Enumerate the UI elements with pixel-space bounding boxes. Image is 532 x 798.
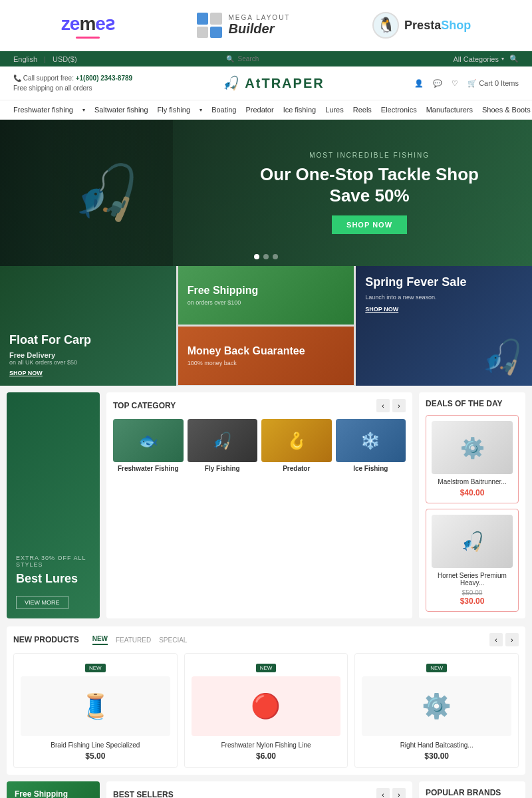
mega-layout-logo[interactable]: MEGA LAYOUT Builder	[197, 13, 291, 38]
cart-icon[interactable]: 🛒 Cart 0 Items	[467, 79, 519, 88]
category-section-title: TOP CATEGORY	[113, 401, 176, 410]
zemes-m: m	[79, 13, 95, 34]
categories-label: All Categories	[454, 55, 499, 63]
top-category-section: TOP CATEGORY ‹ › 🐟 Freshwater Fishing 🎣 …	[106, 392, 412, 618]
account-icon[interactable]: 👤	[414, 79, 424, 88]
zemes-z1: z	[61, 13, 70, 34]
new-products-title: NEW PRODUCTS	[13, 635, 79, 644]
product-card-2[interactable]: NEW 🔴 Freshwater Nylon Fishing Line $6.0…	[184, 653, 348, 768]
promo-carp-link[interactable]: SHOP NOW	[9, 370, 167, 376]
promo-spring-link[interactable]: SHOP NOW	[365, 306, 523, 313]
promo-shipping-sub: on orders over $100	[188, 299, 345, 306]
product-3-price: $30.00	[362, 751, 511, 761]
nav-boating[interactable]: Boating	[211, 106, 236, 114]
nav-shoes[interactable]: Shoes & Boots	[482, 106, 531, 114]
new-products-tabs-row: NEW PRODUCTS NEW FEATURED SPECIAL	[13, 635, 187, 645]
product-2-name: Freshwater Nylon Fishing Line	[192, 741, 341, 749]
fly-img: 🎣	[188, 419, 258, 462]
hero-shop-button[interactable]: SHOP NOW	[332, 215, 407, 234]
nav-reels[interactable]: Reels	[353, 106, 372, 114]
search-input[interactable]	[238, 55, 305, 63]
category-freshwater[interactable]: 🐟 Freshwater Fishing	[113, 419, 184, 473]
promo-card-carp: Float For Carp Free Delivery on all UK o…	[0, 266, 176, 386]
hero-dot-3[interactable]	[273, 254, 278, 259]
mid-row: EXTRA 30% OFF ALL STYLES Best Lures VIEW…	[7, 392, 525, 618]
search-icon-top: 🔍	[226, 55, 234, 63]
language-selector[interactable]: English	[13, 55, 37, 63]
wishlist-icon[interactable]: ♡	[452, 79, 458, 88]
nav-saltwater[interactable]: Saltwater fishing	[94, 106, 148, 114]
category-prev-arrow[interactable]: ‹	[376, 399, 390, 412]
nav-lures[interactable]: Lures	[325, 106, 344, 114]
side-promos: Free Shipping on orders over $100 Money …	[7, 781, 100, 798]
new-products-arrows: ‹ ›	[489, 633, 519, 646]
search-icon-right[interactable]: 🔍	[509, 55, 519, 63]
categories-selector[interactable]: All Categories ▾ 🔍	[454, 55, 519, 63]
best-sellers-title: BEST SELLERS	[113, 790, 174, 798]
promo-money-sub: 100% money back	[188, 360, 345, 366]
promo-card-shipping: Free Shipping on orders over $100	[178, 266, 354, 325]
hero-dot-1[interactable]	[254, 254, 259, 259]
sellers-next-arrow[interactable]: ›	[392, 788, 406, 798]
hero-subtitle: MOST INCREDIBLE FISHING	[260, 152, 479, 159]
popular-brands-section: POPULAR BRANDS Abu Garcia BASS	[419, 781, 525, 798]
new-products-header: NEW PRODUCTS NEW FEATURED SPECIAL ‹ ›	[13, 633, 519, 646]
category-fly[interactable]: 🎣 Fly Fishing	[188, 419, 258, 473]
deal-1-image: ⚙️	[432, 421, 513, 474]
best-sellers-section: BEST SELLERS ‹ › NEW 🏕️ Folding Table $2…	[106, 781, 412, 798]
nav-manufacturers[interactable]: Manufacturers	[426, 106, 473, 114]
hero-image: 🎣	[40, 120, 173, 266]
sellers-prev-arrow[interactable]: ‹	[376, 788, 390, 798]
store-header: 📞 Call support free: +1(800) 2343-8789 F…	[0, 66, 532, 100]
category-grid: 🐟 Freshwater Fishing 🎣 Fly Fishing 🪝 Pre…	[113, 419, 406, 473]
new-products-grid: NEW 🧵 Braid Fishing Line Specialized $5.…	[13, 653, 519, 768]
nav-predator[interactable]: Predator	[245, 106, 273, 114]
deal-item-1[interactable]: ⚙️ Maelstrom Baitrunner... $40.00	[426, 415, 519, 503]
new-products-tabs: NEW FEATURED SPECIAL	[92, 635, 188, 645]
deals-section: DEALS OF THE DAY ⚙️ Maelstrom Baitrunner…	[419, 392, 525, 618]
nav-ice-fishing[interactable]: Ice fishing	[283, 106, 317, 114]
products-next-arrow[interactable]: ›	[505, 633, 519, 646]
zemes-logo[interactable]: zemeƨ	[61, 13, 114, 39]
tab-new[interactable]: NEW	[92, 635, 108, 645]
deal-2-old-price: $50.00	[432, 589, 513, 597]
prestashop-logo[interactable]: 🐧 PrestaShop	[372, 12, 471, 39]
hero-title: Our One-Stop Tackle Shop Save 50%	[260, 164, 479, 205]
header-icons: 👤 💬 ♡ 🛒 Cart 0 Items	[414, 79, 519, 88]
shipping-notice: Free shipping on all orders	[13, 83, 132, 93]
product-1-name: Braid Fishing Line Specialized	[21, 741, 170, 749]
bottom-row: Free Shipping on orders over $100 Money …	[7, 781, 525, 798]
hero-dot-2[interactable]	[263, 254, 269, 259]
category-ice[interactable]: ❄️ Ice Fishing	[336, 419, 406, 473]
search-area: 🔍	[226, 55, 305, 63]
view-more-button[interactable]: VIEW MORE	[16, 596, 68, 609]
best-lures-title: Best Lures	[16, 572, 90, 587]
product-3-badge: NEW	[426, 664, 447, 672]
logo-fish-icon: 🎣	[223, 76, 241, 90]
promo-money-title: Money Back Guarantee	[188, 345, 345, 357]
category-next-arrow[interactable]: ›	[392, 399, 406, 412]
product-card-3[interactable]: NEW ⚙️ Right Hand Baitcasting... $30.00	[354, 653, 519, 768]
product-card-1[interactable]: NEW 🧵 Braid Fishing Line Specialized $5.…	[13, 653, 178, 768]
store-logo[interactable]: 🎣 AtTRAPER	[223, 75, 325, 91]
currency-selector[interactable]: USD($)	[53, 55, 77, 63]
support-label: Call support free:	[23, 74, 74, 82]
deal-item-2[interactable]: 🎣 Hornet Series Premium Heavy... $50.00 …	[426, 509, 519, 612]
best-lures-extra: EXTRA 30% OFF ALL STYLES	[16, 555, 90, 568]
best-sellers-arrows: ‹ ›	[376, 788, 406, 798]
products-prev-arrow[interactable]: ‹	[489, 633, 503, 646]
deals-title: DEALS OF THE DAY	[426, 399, 519, 408]
presta-text: PrestaShop	[404, 19, 471, 33]
nav-freshwater[interactable]: Freshwater fishing	[13, 106, 73, 114]
category-predator[interactable]: 🪝 Predator	[261, 419, 332, 473]
tab-special[interactable]: SPECIAL	[159, 636, 187, 644]
nav-electronics[interactable]: Electronics	[381, 106, 417, 114]
cart-label: Cart	[479, 79, 493, 87]
product-3-name: Right Hand Baitcasting...	[362, 741, 511, 749]
product-2-image: 🔴	[192, 676, 341, 736]
deal-1-price: $40.00	[432, 488, 513, 497]
chat-icon[interactable]: 💬	[433, 79, 442, 88]
nav-fly[interactable]: Fly fishing	[158, 106, 191, 114]
tab-featured[interactable]: FEATURED	[116, 636, 151, 644]
cart-count: 0 Items	[495, 79, 519, 87]
